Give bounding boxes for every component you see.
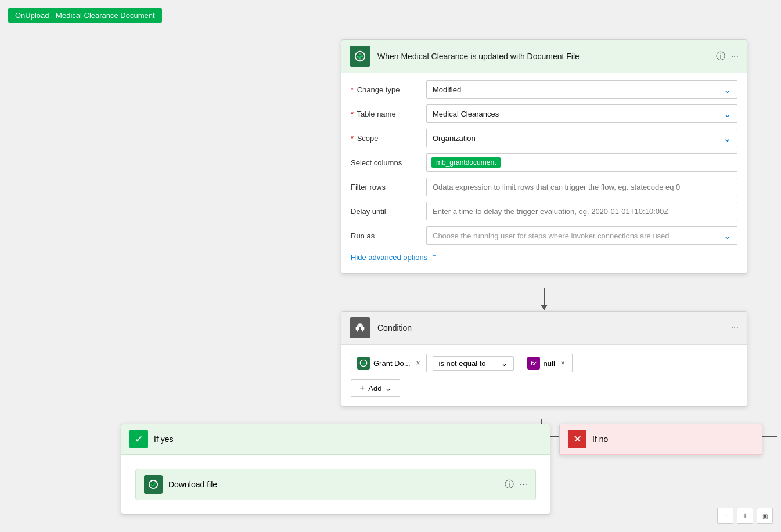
download-header: Download file ⓘ ··· [136, 469, 535, 500]
download-help-icon[interactable]: ⓘ [505, 479, 514, 491]
condition-card: Condition ··· Grant Do... × [341, 311, 747, 407]
change-type-value: Modified [433, 85, 461, 94]
change-type-row: * Change type Modified ⌄ [351, 80, 737, 99]
left-chip-label: Grant Do... [373, 359, 411, 368]
left-chip-close[interactable]: × [416, 359, 420, 367]
run-as-select[interactable]: Choose the running user for steps where … [426, 226, 737, 245]
null-chip-close[interactable]: × [561, 359, 565, 367]
bottom-toolbar: − + ▣ [717, 508, 773, 524]
scope-label: * Scope [351, 134, 426, 143]
table-name-control: Medical Clearances ⌄ [426, 104, 737, 123]
add-arrow: ⌄ [385, 384, 391, 393]
trigger-form: * Change type Modified ⌄ * Table name [341, 73, 747, 273]
svg-rect-2 [361, 327, 365, 330]
filter-rows-row: Filter rows [351, 178, 737, 196]
trigger-header: When Medical Clearance is updated with D… [341, 40, 747, 73]
left-chip-icon [357, 357, 370, 370]
page-title: OnUpload - Medical Clearance Document [8, 8, 162, 23]
condition-header-actions: ··· [731, 323, 739, 333]
download-more-icon[interactable]: ··· [520, 479, 527, 490]
required-marker: * [351, 85, 354, 94]
download-file-icon [144, 475, 163, 494]
change-type-select[interactable]: Modified ⌄ [426, 80, 737, 99]
zoom-in-button[interactable]: + [737, 508, 753, 524]
select-columns-field[interactable]: mb_grantdocument [426, 153, 737, 172]
check-icon: ✓ [129, 430, 148, 448]
if-yes-header: ✓ If yes [121, 424, 550, 455]
if-no-header: ✕ If no [560, 424, 762, 455]
filter-rows-input[interactable] [426, 178, 737, 196]
if-yes-body: Download file ⓘ ··· [121, 455, 550, 514]
condition-body: Grant Do... × is not equal to ⌄ fx null … [341, 345, 747, 406]
scope-row: * Scope Organization ⌄ [351, 129, 737, 147]
scope-arrow: ⌄ [724, 133, 731, 144]
select-columns-control: mb_grantdocument [426, 153, 737, 172]
table-name-select[interactable]: Medical Clearances ⌄ [426, 104, 737, 123]
svg-point-0 [355, 52, 365, 61]
null-chip-label: null [544, 359, 555, 368]
help-icon[interactable]: ⓘ [716, 50, 725, 63]
operator-select[interactable]: is not equal to ⌄ [433, 356, 514, 371]
table-name-arrow: ⌄ [724, 108, 731, 120]
condition-row: Grant Do... × is not equal to ⌄ fx null … [351, 354, 737, 372]
trigger-header-actions: ⓘ ··· [716, 50, 739, 63]
run-as-row: Run as Choose the running user for steps… [351, 226, 737, 245]
operator-arrow: ⌄ [501, 359, 508, 368]
add-button[interactable]: + Add ⌄ [351, 379, 400, 397]
operator-label: is not equal to [439, 359, 486, 368]
delay-until-control [426, 202, 737, 220]
connector-line [544, 288, 545, 305]
download-actions: ⓘ ··· [505, 479, 527, 491]
x-icon: ✕ [568, 430, 586, 448]
fit-button[interactable]: ▣ [757, 508, 773, 524]
condition-more-icon[interactable]: ··· [731, 323, 739, 333]
hide-advanced-options[interactable]: Hide advanced options ⌃ [351, 251, 737, 264]
delay-until-input[interactable] [426, 202, 737, 220]
required-marker: * [351, 110, 354, 118]
if-yes-label: If yes [154, 435, 173, 444]
svg-rect-1 [356, 327, 359, 330]
hide-advanced-label: Hide advanced options [351, 253, 427, 262]
required-marker: * [351, 134, 354, 143]
select-columns-label: Select columns [351, 158, 426, 167]
chevron-up-icon: ⌃ [431, 253, 437, 262]
scope-value: Organization [433, 134, 476, 143]
download-card: Download file ⓘ ··· [135, 469, 536, 500]
if-no-label: If no [592, 435, 608, 444]
scope-select[interactable]: Organization ⌄ [426, 129, 737, 147]
filter-rows-label: Filter rows [351, 183, 426, 191]
change-type-label: * Change type [351, 85, 426, 94]
run-as-placeholder: Choose the running user for steps where … [433, 231, 670, 240]
trigger-title: When Medical Clearance is updated with D… [377, 52, 716, 61]
scope-control: Organization ⌄ [426, 129, 737, 147]
run-as-control: Choose the running user for steps where … [426, 226, 737, 245]
more-menu-icon[interactable]: ··· [731, 51, 739, 61]
table-name-value: Medical Clearances [433, 110, 499, 118]
trigger-icon [350, 46, 370, 67]
condition-header: Condition ··· [341, 312, 747, 345]
arrow-head [541, 305, 548, 310]
trigger-card: When Medical Clearance is updated with D… [341, 39, 747, 274]
if-no-card: ✕ If no [559, 424, 762, 455]
table-name-label: * Table name [351, 110, 426, 118]
change-type-arrow: ⌄ [724, 84, 731, 95]
add-label: Add [368, 384, 381, 393]
filter-rows-control [426, 178, 737, 196]
change-type-control: Modified ⌄ [426, 80, 737, 99]
run-as-arrow: ⌄ [724, 230, 731, 241]
condition-icon [350, 317, 370, 338]
delay-until-label: Delay until [351, 207, 426, 216]
connector-arrow [541, 288, 548, 310]
left-chip[interactable]: Grant Do... × [351, 354, 427, 372]
column-tag: mb_grantdocument [431, 157, 501, 168]
zoom-out-button[interactable]: − [717, 508, 733, 524]
column-tag-label: mb_grantdocument [436, 158, 496, 167]
if-yes-card: ✓ If yes Download file ⓘ ··· [121, 424, 550, 515]
delay-until-row: Delay until [351, 202, 737, 220]
add-plus-icon: + [359, 383, 365, 393]
run-as-label: Run as [351, 231, 426, 240]
null-chip[interactable]: fx null × [520, 354, 573, 372]
download-file-label: Download file [168, 480, 505, 489]
condition-title: Condition [377, 323, 731, 332]
select-columns-row: Select columns mb_grantdocument [351, 153, 737, 172]
